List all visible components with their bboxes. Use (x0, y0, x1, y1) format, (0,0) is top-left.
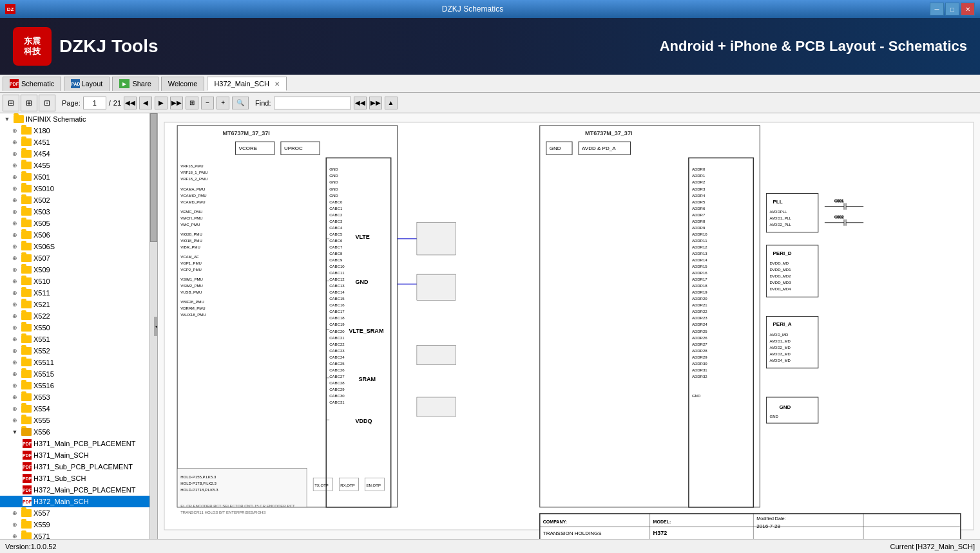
svg-text:ADDR21: ADDR21 (692, 303, 707, 307)
schematic-view[interactable]: MT6737M_37_37I VCORE UPROC VRF18_PMU VRF… (158, 113, 980, 539)
sidebar-item-H372_Main_SCH[interactable]: PDFH372_Main_SCH (0, 496, 157, 507)
sidebar-item-X505[interactable]: ⊕X505 (0, 218, 157, 229)
svg-text:ADDR0: ADDR0 (692, 167, 706, 171)
sidebar-item-X503[interactable]: ⊕X503 (0, 206, 157, 218)
sidebar-item-X509[interactable]: ⊕X509 (0, 264, 157, 276)
sidebar-item-X521[interactable]: ⊕X521 (0, 299, 157, 310)
sidebar-item-X5516[interactable]: ⊕X5516 (0, 380, 157, 391)
sidebar-item-H371_Sub_SCH[interactable]: PDFH371_Sub_SCH (0, 473, 157, 484)
sidebar-item-X557[interactable]: ⊕X557 (0, 507, 157, 519)
sidebar-item-H371_Main_PCB[interactable]: PDFH371_Main_PCB_PLACEMENT (0, 438, 157, 449)
next-last-button[interactable]: ▶▶ (170, 97, 183, 109)
sidebar-root[interactable]: ▼ INFINIX Schematic (0, 113, 157, 125)
svg-text:GND: GND (780, 404, 791, 410)
tab-pads[interactable]: PAD Layout (64, 77, 110, 91)
svg-text:CABC29: CABC29 (329, 388, 345, 391)
sidebar-item-X5515[interactable]: ⊕X5515 (0, 368, 157, 380)
svg-text:GND: GND (355, 279, 369, 285)
pdf-icon: PDF (10, 79, 19, 88)
svg-text:CABC13: CABC13 (329, 284, 345, 288)
svg-text:CABC28: CABC28 (329, 381, 345, 385)
svg-text:CABC3: CABC3 (329, 220, 343, 223)
zoom-out-button[interactable]: − (201, 97, 214, 109)
sidebar-item-X571[interactable]: ⊕X571 (0, 530, 157, 539)
sidebar-item-X455[interactable]: ⊕X455 (0, 160, 157, 171)
fit-page-button[interactable]: ⊞ (186, 97, 198, 109)
sidebar-item-X511[interactable]: ⊕X511 (0, 287, 157, 299)
close-button[interactable]: ✕ (961, 3, 975, 15)
svg-text:2016-7-28: 2016-7-28 (756, 523, 780, 529)
svg-text:AVDD3_MD: AVDD3_MD (769, 352, 791, 356)
svg-text:ADDR19: ADDR19 (692, 290, 707, 294)
sidebar-item-X501[interactable]: ⊕X501 (0, 171, 157, 183)
sidebar-item-X507[interactable]: ⊕X507 (0, 252, 157, 264)
tab-share[interactable]: ▶ Share (112, 77, 158, 91)
svg-text:CABC20: CABC20 (329, 330, 345, 333)
page-current-input[interactable] (83, 97, 106, 109)
sidebar-item-X506[interactable]: ⊕X506 (0, 229, 157, 241)
svg-text:AVDD1_PLL: AVDD1_PLL (769, 216, 791, 220)
header: 东震 科技 DZKJ Tools Android + iPhone & PCB … (0, 18, 980, 75)
sidebar-item-X180[interactable]: ⊕X180 (0, 125, 157, 136)
window-title: DZKJ Schematics (15, 5, 930, 14)
zoom-fit-button[interactable]: 🔍 (232, 97, 249, 109)
sidebar-item-X454[interactable]: ⊕X454 (0, 148, 157, 160)
sidebar-item-X522[interactable]: ⊕X522 (0, 310, 157, 322)
fit-button[interactable]: ⊡ (39, 95, 55, 111)
svg-text:CABC16: CABC16 (329, 303, 345, 307)
svg-text:GND: GND (329, 174, 338, 178)
svg-text:CABC23: CABC23 (329, 349, 345, 353)
sidebar-item-X5511[interactable]: ⊕X5511 (0, 357, 157, 368)
find-next-button[interactable]: ▶▶ (369, 97, 382, 109)
collapse-all-button[interactable]: ⊟ (3, 95, 19, 111)
next-button[interactable]: ▶ (155, 97, 168, 109)
zoom-in-button[interactable]: + (216, 97, 229, 109)
tab-close-icon[interactable]: ✕ (274, 80, 280, 88)
sidebar-item-X552[interactable]: ⊕X552 (0, 345, 157, 357)
sidebar-item-X554[interactable]: ⊕X554 (0, 403, 157, 415)
sidebar-item-H371_Sub_PCB[interactable]: PDFH371_Sub_PCB_PLACEMENT (0, 461, 157, 473)
tab-pdf[interactable]: PDF Schematic (3, 77, 61, 91)
svg-text:VCAMIO_PMU: VCAMIO_PMU (180, 194, 206, 198)
svg-text:GND: GND (329, 194, 338, 198)
svg-text:VCORE: VCORE (239, 145, 258, 151)
page-separator: / (109, 99, 111, 107)
sidebar-item-X502[interactable]: ⊕X502 (0, 194, 157, 206)
pdf-file-icon5: PDF (23, 485, 32, 494)
minimize-button[interactable]: ─ (930, 3, 944, 15)
sidebar-item-X451[interactable]: ⊕X451 (0, 136, 157, 148)
svg-text:ADDR31: ADDR31 (692, 368, 707, 372)
sidebar-item-X555[interactable]: ⊕X555 (0, 415, 157, 426)
svg-text:ADDR17: ADDR17 (692, 277, 707, 281)
tab-welcome[interactable]: Welcome (161, 77, 205, 91)
find-options-button[interactable]: ▲ (385, 97, 398, 109)
svg-text:ADDR32: ADDR32 (692, 375, 707, 379)
svg-text:CABC8: CABC8 (329, 252, 343, 256)
find-prev-button[interactable]: ◀◀ (354, 97, 367, 109)
sidebar-item-X550[interactable]: ⊕X550 (0, 322, 157, 333)
svg-text:CABC18: CABC18 (329, 316, 345, 320)
svg-text:ADDR27: ADDR27 (692, 342, 707, 346)
svg-text:VDDQ: VDDQ (355, 418, 372, 424)
sidebar-item-X510[interactable]: ⊕X510 (0, 276, 157, 287)
sidebar-item-X556[interactable]: ▼X556 (0, 426, 157, 438)
sidebar-item-X553[interactable]: ⊕X553 (0, 391, 157, 403)
sidebar-item-X5010[interactable]: ⊕X5010 (0, 183, 157, 194)
svg-text:EN,OTP: EN,OTP (367, 483, 381, 487)
sidebar-item-X551[interactable]: ⊕X551 (0, 333, 157, 345)
prev-first-button[interactable]: ◀◀ (124, 97, 137, 109)
svg-rect-171 (417, 274, 456, 300)
schematic-svg: MT6737M_37_37I VCORE UPROC VRF18_PMU VRF… (158, 113, 980, 539)
tab-file[interactable]: H372_Main_SCH ✕ (207, 77, 287, 91)
find-input[interactable] (274, 97, 351, 109)
expand-button[interactable]: ⊞ (21, 95, 37, 111)
svg-text:ADDR30: ADDR30 (692, 362, 707, 366)
sidebar-item-H372_Main_PCB[interactable]: PDFH372_Main_PCB_PLACEMENT (0, 484, 157, 496)
sidebar-item-X559[interactable]: ⊕X559 (0, 519, 157, 530)
svg-text:MT6737M_37_37I: MT6737M_37_37I (222, 130, 269, 136)
sidebar-item-X506S[interactable]: ⊕X506S (0, 241, 157, 252)
svg-rect-170 (417, 223, 456, 255)
sidebar-item-H371_Main_SCH[interactable]: PDFH371_Main_SCH (0, 449, 157, 461)
prev-button[interactable]: ◀ (139, 97, 152, 109)
maximize-button[interactable]: □ (945, 3, 959, 15)
